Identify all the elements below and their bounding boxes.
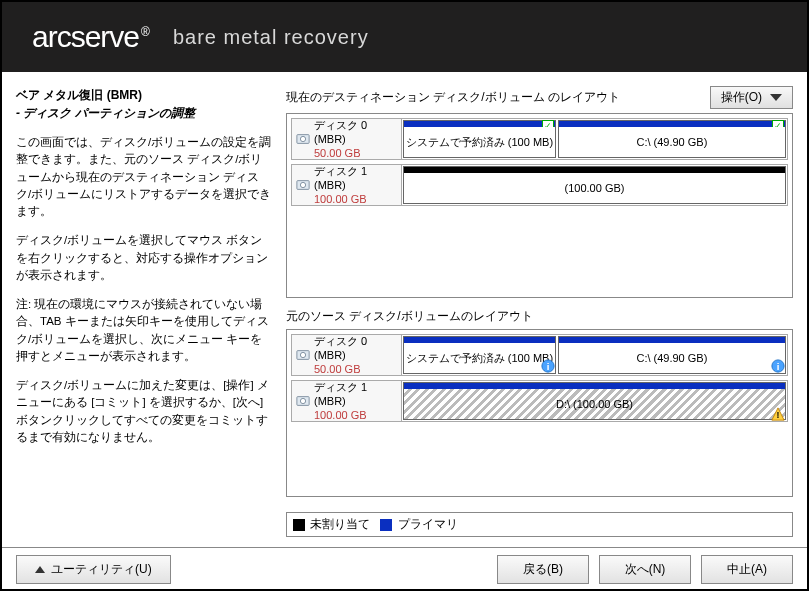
disk-info[interactable]: ディスク 1 (MBR)100.00 GB	[292, 165, 402, 205]
svg-point-11	[300, 398, 305, 403]
page-subtitle: - ディスク パーティションの調整	[16, 104, 272, 122]
disk-info[interactable]: ディスク 0 (MBR)50.00 GB	[292, 119, 402, 159]
chevron-up-icon	[35, 566, 45, 573]
legend: 未割り当て プライマリ	[286, 512, 793, 537]
partition[interactable]: D:\ (100.00 GB)!	[403, 382, 786, 420]
operations-button[interactable]: 操作(O)	[710, 86, 793, 109]
partition[interactable]: C:\ (49.90 GB)i	[558, 336, 786, 374]
svg-point-1	[300, 136, 305, 141]
next-button[interactable]: 次へ(N)	[599, 555, 691, 584]
help-text: ディスク/ボリュームに加えた変更は、[操作] メニューにある [コミット] を選…	[16, 377, 272, 446]
disk-info[interactable]: ディスク 0 (MBR)50.00 GB	[292, 335, 402, 375]
chevron-down-icon	[770, 94, 782, 101]
abort-button[interactable]: 中止(A)	[701, 555, 793, 584]
footer: ユーティリティ(U) 戻る(B) 次へ(N) 中止(A)	[2, 547, 807, 591]
dest-disk-panel: ディスク 0 (MBR)50.00 GB✓システムで予約済み (100 MB)✓…	[286, 113, 793, 298]
svg-text:i: i	[777, 361, 780, 372]
disk-row[interactable]: ディスク 0 (MBR)50.00 GB✓システムで予約済み (100 MB)✓…	[291, 118, 788, 160]
disk-info[interactable]: ディスク 1 (MBR)100.00 GB	[292, 381, 402, 421]
brand-logo: arcserve®	[32, 20, 149, 54]
legend-swatch-primary	[380, 519, 392, 531]
svg-point-5	[300, 352, 305, 357]
legend-swatch-unalloc	[293, 519, 305, 531]
partition[interactable]: ✓システムで予約済み (100 MB)	[403, 120, 556, 158]
src-label: 元のソース ディスク/ボリュームのレイアウト	[286, 308, 793, 325]
app-subtitle: bare metal recovery	[173, 26, 369, 49]
layout-panel: 現在のデスティネーション ディスク/ボリューム のレイアウト 操作(O) ディス…	[282, 72, 807, 547]
svg-text:i: i	[546, 361, 549, 372]
partition[interactable]: システムで予約済み (100 MB)i	[403, 336, 556, 374]
disk-row[interactable]: ディスク 1 (MBR)100.00 GBD:\ (100.00 GB)!	[291, 380, 788, 422]
help-text: 注: 現在の環境にマウスが接続されていない場合、TAB キーまたは矢印キーを使用…	[16, 296, 272, 365]
svg-text:!: !	[777, 410, 780, 420]
app-header: arcserve® bare metal recovery	[2, 2, 807, 72]
disk-row[interactable]: ディスク 1 (MBR)100.00 GB(100.00 GB)	[291, 164, 788, 206]
back-button[interactable]: 戻る(B)	[497, 555, 589, 584]
src-disk-panel: ディスク 0 (MBR)50.00 GBシステムで予約済み (100 MB)iC…	[286, 329, 793, 497]
partition[interactable]: (100.00 GB)	[403, 166, 786, 204]
help-text: この画面では、ディスク/ボリュームの設定を調整できます。また、元のソース ディス…	[16, 134, 272, 220]
help-text: ディスク/ボリュームを選択してマウス ボタンを右クリックすると、対応する操作オプ…	[16, 232, 272, 284]
info-panel: ベア メタル復旧 (BMR) - ディスク パーティションの調整 この画面では、…	[2, 72, 282, 547]
page-title: ベア メタル復旧 (BMR)	[16, 86, 272, 104]
dest-label: 現在のデスティネーション ディスク/ボリューム のレイアウト	[286, 89, 620, 106]
svg-point-3	[300, 182, 305, 187]
partition[interactable]: ✓C:\ (49.90 GB)	[558, 120, 786, 158]
disk-row[interactable]: ディスク 0 (MBR)50.00 GBシステムで予約済み (100 MB)iC…	[291, 334, 788, 376]
utility-button[interactable]: ユーティリティ(U)	[16, 555, 171, 584]
